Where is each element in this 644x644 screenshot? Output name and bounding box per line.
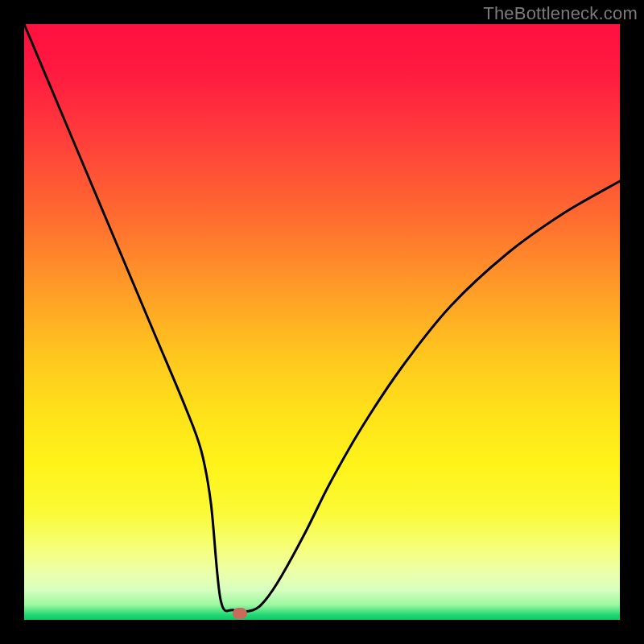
optimal-point-marker [233, 608, 247, 619]
bottleneck-curve-path [24, 24, 620, 612]
plot-area [24, 24, 620, 620]
bottleneck-curve-svg [24, 24, 620, 620]
watermark-text: TheBottleneck.com [483, 3, 638, 24]
chart-frame: TheBottleneck.com [0, 0, 644, 644]
